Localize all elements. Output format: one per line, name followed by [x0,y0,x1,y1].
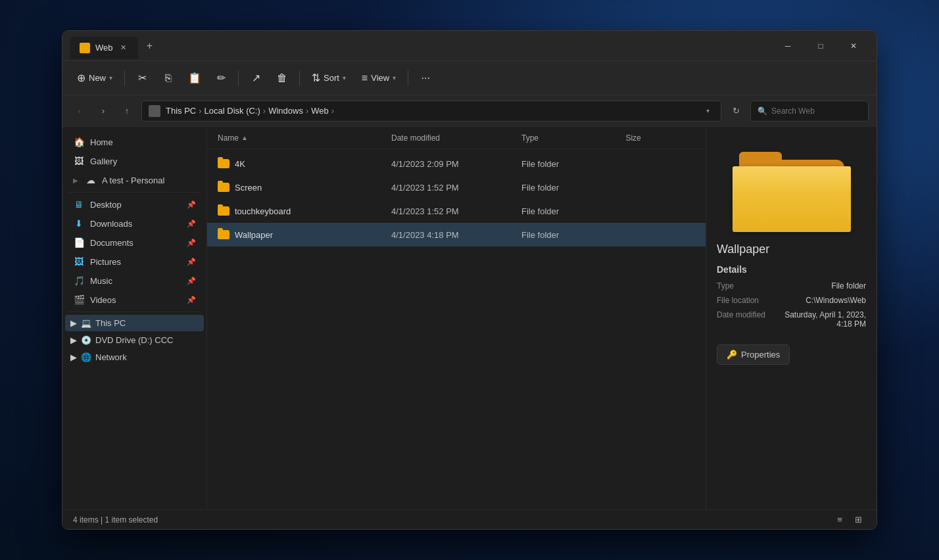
sort-chevron-icon: ▾ [343,74,346,82]
sidebar-item-videos[interactable]: 🎬 Videos 📌 [65,291,204,309]
sidebar-dvd-label: DVD Drive (D:) CCC [95,335,173,345]
properties-button[interactable]: 🔑 Properties [717,344,790,365]
folder-icon [218,230,229,239]
folder-shine [733,166,851,193]
table-row[interactable]: touchkeyboard 4/1/2023 1:52 PM File fold… [207,199,706,223]
list-view-button[interactable]: ≡ [832,512,848,528]
preview-panel: Wallpaper Details Type File folder File … [706,127,877,509]
forward-button[interactable]: › [94,102,112,120]
preview-details: Type File folder File location C:\Window… [717,281,866,334]
sidebar-item-dvd-drive[interactable]: ▶ 💿 DVD Drive (D:) CCC [65,332,204,348]
paste-button[interactable]: 📋 [183,66,206,90]
address-path[interactable]: This PC › Local Disk (C:) › Windows › We… [141,101,721,122]
desktop-icon: 🖥 [73,198,85,210]
home-icon: 🏠 [73,136,85,148]
tab-title: Web [95,43,113,53]
sidebar-item-home[interactable]: 🏠 Home [65,133,204,151]
sidebar-item-gallery[interactable]: 🖼 Gallery [65,152,204,170]
pin-icon-documents: 📌 [187,239,196,247]
file-name-4k: 4K [218,159,391,169]
more-options-button[interactable]: ··· [414,66,437,90]
detail-location-key: File location [717,296,769,305]
expand-icon: ▶ [73,177,78,184]
table-row[interactable]: Wallpaper 4/1/2023 4:18 PM File folder [207,223,706,246]
title-bar: Web ✕ + ─ □ ✕ [62,31,877,61]
sidebar-item-pictures[interactable]: 🖼 Pictures 📌 [65,252,204,271]
view-button[interactable]: ≡ View ▾ [355,66,402,90]
tab-close-button[interactable]: ✕ [118,43,129,53]
path-windows[interactable]: Windows [268,106,303,116]
sidebar-a-test-label: A test - Personal [102,175,164,185]
sort-arrow-icon: ▲ [241,134,248,141]
sidebar-downloads-label: Downloads [90,219,132,229]
sort-button[interactable]: ⇅ Sort ▾ [305,66,352,90]
path-this-pc[interactable]: This PC [166,106,196,116]
copy-button[interactable]: ⎘ [156,66,180,90]
sidebar-videos-label: Videos [90,295,116,305]
minimize-button[interactable]: ─ [773,35,803,57]
cut-button[interactable]: ✂ [130,66,154,90]
close-button[interactable]: ✕ [838,35,869,57]
col-name-header[interactable]: Name ▲ [218,133,391,143]
new-button[interactable]: ⊕ New ▾ [70,66,119,90]
sidebar-item-documents[interactable]: 📄 Documents 📌 [65,233,204,252]
share-button[interactable]: ↗ [244,66,268,90]
file-type-4k: File folder [521,159,625,169]
sidebar-documents-label: Documents [90,238,133,248]
sidebar-item-desktop[interactable]: 🖥 Desktop 📌 [65,195,204,214]
window-controls: ─ □ ✕ [773,35,869,57]
column-headers: Name ▲ Date modified Type Size [207,127,706,149]
sidebar-divider-2 [68,312,201,312]
sidebar-item-a-test[interactable]: ▶ ☁ A test - Personal [65,171,204,189]
table-row[interactable]: Screen 4/1/2023 1:52 PM File folder [207,175,706,199]
detail-location-row: File location C:\Windows\Web [717,296,866,305]
up-button[interactable]: ↑ [118,102,136,120]
delete-button[interactable]: 🗑 [270,66,294,90]
main-content: 🏠 Home 🖼 Gallery ▶ ☁ A test - Personal 🖥… [62,127,877,509]
sidebar-item-downloads[interactable]: ⬇ Downloads 📌 [65,214,204,233]
new-tab-button[interactable]: + [141,37,159,55]
view-chevron-icon: ▾ [393,74,396,82]
properties-label: Properties [741,350,780,360]
file-date-screen: 4/1/2023 1:52 PM [391,183,521,193]
search-input[interactable] [771,106,861,116]
col-date-header[interactable]: Date modified [391,133,521,143]
file-area: Name ▲ Date modified Type Size [207,127,706,509]
col-type-header[interactable]: Type [521,133,625,143]
sidebar-item-network[interactable]: ▶ 🌐 Network [65,349,204,365]
path-web[interactable]: Web [311,106,329,116]
sort-icon: ⇅ [312,72,320,84]
search-box[interactable]: 🔍 [750,101,869,122]
file-date-touchkeyboard: 4/1/2023 1:52 PM [391,206,521,216]
refresh-button[interactable]: ↻ [727,102,745,120]
expand-this-pc-icon: ▶ [70,318,77,328]
pin-icon-videos: 📌 [187,296,196,304]
path-local-disk[interactable]: Local Disk (C:) [205,106,260,116]
this-pc-icon: 💻 [81,318,91,328]
tab-folder-icon [80,43,90,53]
downloads-icon: ⬇ [73,218,85,229]
table-row[interactable]: 4K 4/1/2023 2:09 PM File folder [207,152,706,175]
back-button[interactable]: ‹ [70,102,89,120]
detail-date-val: Saturday, April 1, 2023, 4:18 PM [774,310,866,329]
rename-button[interactable]: ✏ [209,66,233,90]
music-icon: 🎵 [73,275,85,287]
folder-icon [218,183,229,192]
view-label: View [371,73,389,83]
view-toggle-buttons: ≡ ⊞ [832,512,866,528]
sidebar-home-label: Home [90,137,113,147]
folder-front [733,166,851,232]
file-date-wallpaper: 4/1/2023 4:18 PM [391,230,521,240]
file-type-touchkeyboard: File folder [521,206,625,216]
col-size-header[interactable]: Size [625,133,695,143]
sidebar-item-this-pc[interactable]: ▶ 💻 This PC [65,315,204,331]
pictures-icon: 🖼 [73,256,85,268]
window-tab[interactable]: Web ✕ [70,37,138,59]
file-name-wallpaper: Wallpaper [218,230,391,240]
maximize-button[interactable]: □ [806,35,836,57]
detail-location-val: C:\Windows\Web [806,296,866,305]
expand-dvd-icon: ▶ [70,335,77,345]
sidebar-item-music[interactable]: 🎵 Music 📌 [65,271,204,290]
grid-view-button[interactable]: ⊞ [850,512,866,528]
path-dropdown-icon[interactable]: ▾ [701,105,714,118]
